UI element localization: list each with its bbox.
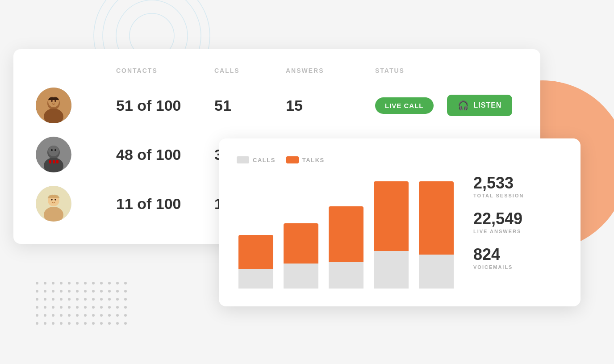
row2-contacts: 48 of 100 — [116, 146, 214, 163]
stat-total-session: 2,533 TOTAL SESSION — [473, 175, 563, 198]
table-row: 51 of 100 51 15 LIVE CALL 🎧 LISTEN — [36, 88, 518, 123]
bar-chart — [237, 172, 455, 289]
stats-panel: 2,533 TOTAL SESSION 22,549 LIVE ANSWERS … — [473, 156, 563, 289]
row1-contacts: 51 of 100 — [116, 97, 214, 114]
bar-orange — [238, 235, 273, 269]
svg-point-13 — [48, 146, 59, 156]
bar-gray — [374, 251, 409, 289]
avatar-image-3 — [36, 186, 71, 222]
avatar-image-2 — [36, 137, 71, 172]
svg-point-9 — [54, 100, 56, 102]
chart-area: CALLS TALKS — [237, 156, 455, 289]
svg-rect-17 — [53, 160, 55, 163]
bar-group — [417, 172, 455, 289]
total-session-value: 2,533 — [473, 175, 563, 191]
bar-orange — [284, 223, 318, 264]
bg-dots-decoration — [36, 282, 130, 328]
avatar — [36, 137, 71, 172]
bar-group — [237, 172, 276, 289]
bar-gray — [284, 264, 318, 289]
legend-dot-talks — [286, 156, 299, 163]
listen-label: LISTEN — [474, 101, 502, 109]
bar-gray — [419, 255, 454, 289]
stat-live-answers: 22,549 LIVE ANSWERS — [473, 211, 563, 234]
row1-answers: 15 — [286, 97, 375, 114]
col-header-contacts: CONTACTS — [116, 67, 214, 74]
chart-card: CALLS TALKS 2,533 TOTAL SESSION 22,549 L… — [219, 138, 581, 306]
legend-dot-calls — [237, 156, 249, 163]
total-session-label: TOTAL SESSION — [473, 193, 563, 198]
bar-group — [327, 172, 366, 289]
row3-contacts: 11 of 100 — [116, 195, 214, 213]
bar-group — [372, 172, 410, 289]
legend-talks: TALKS — [286, 156, 325, 163]
row1-status-area: LIVE CALL 🎧 LISTEN — [375, 95, 518, 116]
svg-point-22 — [51, 199, 53, 201]
bar-group — [282, 172, 321, 289]
svg-point-23 — [54, 199, 56, 201]
svg-point-14 — [51, 149, 53, 151]
voicemails-value: 824 — [473, 247, 563, 263]
live-answers-label: LIVE ANSWERS — [473, 229, 563, 234]
bar-orange — [374, 181, 409, 251]
listen-button[interactable]: 🎧 LISTEN — [447, 95, 513, 116]
bar-orange — [329, 206, 363, 262]
svg-point-8 — [51, 100, 53, 102]
voicemails-label: VOICEMAILS — [473, 264, 563, 270]
chart-legend: CALLS TALKS — [237, 156, 455, 163]
bar-gray — [238, 269, 273, 289]
svg-rect-16 — [49, 160, 51, 163]
bar-orange — [419, 181, 454, 255]
svg-rect-18 — [56, 160, 58, 163]
row1-calls: 51 — [214, 97, 286, 114]
live-call-badge: LIVE CALL — [375, 97, 434, 114]
legend-talks-label: TALKS — [302, 157, 325, 163]
avatar — [36, 186, 71, 222]
headphone-icon: 🎧 — [458, 100, 469, 111]
svg-point-15 — [54, 149, 56, 151]
col-header-answers: ANSWERS — [286, 67, 375, 74]
legend-calls-label: CALLS — [253, 157, 276, 163]
col-header-status: STATUS — [375, 67, 518, 74]
live-answers-value: 22,549 — [473, 211, 563, 227]
bar-gray — [329, 262, 363, 289]
legend-calls: CALLS — [237, 156, 276, 163]
stat-voicemails: 824 VOICEMAILS — [473, 247, 563, 270]
table-header: CONTACTS CALLS ANSWERS STATUS — [36, 67, 518, 74]
avatar — [36, 88, 71, 123]
col-header-calls: CALLS — [214, 67, 286, 74]
avatar-image-1 — [36, 88, 71, 123]
